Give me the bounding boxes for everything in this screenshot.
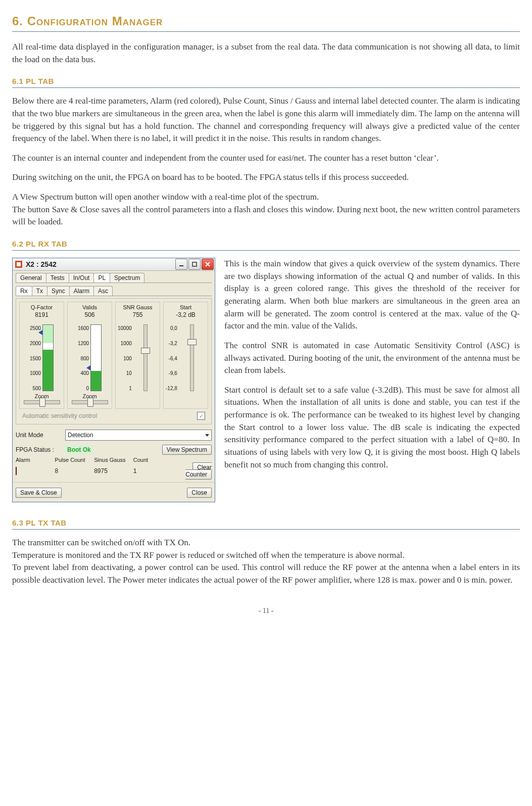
paragraph: To prevent label from deactivating, a po… [12,561,520,586]
tab-bar: General Tests In/Out PL Spectrum [13,271,215,282]
subsection-heading: 6.3 PL TX TAB [12,518,520,527]
select-value: Detection [68,432,93,439]
save-close-button[interactable]: Save & Close [16,488,62,498]
heading-rule [12,87,520,88]
qfactor-bar [42,324,54,391]
count-value: 1 [133,467,173,475]
subsection-heading: 6.2 PL RX TAB [12,240,520,248]
close-button[interactable]: Close [187,488,212,498]
tab-pl[interactable]: PL [93,273,110,282]
subsection-heading: 6.1 PL TAB [12,77,520,85]
paragraph: Temperature is monitored and the TX RF p… [12,549,520,562]
pulse-count-value: 8 [55,467,94,475]
paragraph: A View Spectrum button will open another… [12,191,520,204]
valids-bar [90,324,102,391]
paragraph: The counter is an internal counter and i… [12,152,520,165]
column-value: 755 [118,311,158,318]
counter-header: Alarm Pulse Count Sinus Gauss Count [13,457,215,463]
tab-spectrum[interactable]: Spectrum [110,273,144,282]
tab-tests[interactable]: Tests [46,273,69,282]
alarm-indicator-icon [16,467,17,475]
fpga-status-label: FPGA Status : [16,446,61,453]
close-button[interactable] [202,259,214,270]
marker-icon [86,365,90,370]
heading-rule [12,31,520,32]
heading-rule [12,529,520,530]
paragraph: During switching on the unit, the FPGA o… [12,171,520,184]
tick-labels: 10000 1000 100 10 1 [118,325,133,391]
zoom-slider[interactable] [72,400,108,404]
tab-inout[interactable]: In/Out [69,273,94,282]
subtab-rx[interactable]: Rx [16,286,32,296]
svg-rect-3 [192,262,197,266]
fpga-status-value: Boot Ok [65,446,93,454]
column-value: 506 [70,311,110,318]
column-title: Q-Factor [22,304,62,310]
tick-labels: 2500 2000 1500 1000 500 [30,325,42,391]
svg-rect-2 [179,265,183,266]
subtab-bar: Rx Tx Sync Alarm Asc [13,283,215,296]
sinus-gauss-value: 8975 [94,467,133,475]
minimize-button[interactable] [175,259,187,270]
subtab-alarm[interactable]: Alarm [69,286,94,296]
meters-panel: Q-Factor 8191 2500 2000 1500 1000 500 [16,298,212,424]
window-title: X2 : 2542 [26,260,174,268]
asc-checkbox[interactable]: ✓ [197,412,205,420]
column-title: SNR Gauss [118,304,158,310]
column-title: Valids [70,304,110,310]
qfactor-column: Q-Factor 8191 2500 2000 1500 1000 500 [19,302,64,409]
heading-rule [12,250,520,251]
subtab-tx[interactable]: Tx [32,286,47,296]
subtab-sync[interactable]: Sync [47,286,70,296]
svg-rect-1 [17,262,21,266]
start-column: Start -3,2 dB 0,0 -3,2 -6,4 -9,6 -12,8 [163,302,208,409]
zoom-slider[interactable] [24,400,60,404]
start-slider[interactable] [190,324,194,391]
snr-slider[interactable] [143,324,148,391]
tick-labels: 1600 1200 800 400 0 [78,325,90,391]
unit-mode-label: Unit Mode [16,432,61,439]
marker-icon [38,330,42,335]
asc-label: Automatic sensitivity control [22,412,97,419]
intro-paragraph: All real-time data displayed in the conf… [12,41,520,66]
view-spectrum-button[interactable]: View Spectrum [162,445,212,455]
subtab-asc[interactable]: Asc [93,286,113,296]
section-heading: 6. Configuration Manager [12,14,520,28]
chevron-down-icon [205,434,209,437]
tab-general[interactable]: General [16,273,46,282]
paragraph: The transmitter can be switched on/off w… [12,537,520,549]
tick-labels: 0,0 -3,2 -6,4 -9,6 -12,8 [166,325,179,391]
unit-mode-select[interactable]: Detection [65,430,212,441]
paragraph: The button Save & Close saves all the co… [12,204,520,228]
maximize-button[interactable] [188,259,201,270]
column-value: -3,2 dB [166,311,206,318]
counter-row: 8 8975 1 Clear Counter [13,463,215,481]
app-icon [15,260,23,268]
config-window: X2 : 2542 General Tests In/Out PL Spectr… [12,258,215,502]
valids-column: Valids 506 1600 1200 800 400 0 [67,302,112,409]
page-number: - 11 - [12,607,520,615]
column-title: Start [166,304,206,310]
paragraph: Below there are 4 real-time parameters, … [12,95,520,145]
clear-counter-button[interactable]: Clear Counter [185,462,212,480]
snr-column: SNR Gauss 755 10000 1000 100 10 1 [115,302,160,409]
window-titlebar[interactable]: X2 : 2542 [13,258,215,271]
column-value: 8191 [22,311,62,318]
